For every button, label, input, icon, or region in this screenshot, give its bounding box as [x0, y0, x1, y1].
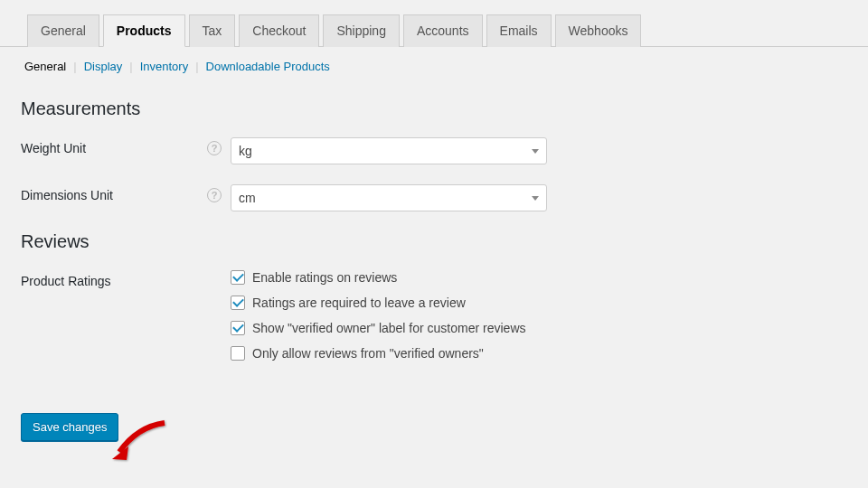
tab-tax[interactable]: Tax [189, 14, 236, 47]
field-col: cm [231, 184, 847, 211]
field-col: Enable ratings on reviewsRatings are req… [231, 270, 847, 371]
label-col: Weight Unit ? [21, 137, 231, 155]
subnav: General|Display|Inventory|Downloadable P… [0, 47, 868, 73]
dimensions-unit-label: Dimensions Unit [21, 188, 113, 202]
main-tabs: GeneralProductsTaxCheckoutShippingAccoun… [0, 0, 868, 47]
save-changes-button[interactable]: Save changes [21, 413, 118, 441]
chevron-down-icon [532, 149, 539, 154]
separator: | [70, 60, 80, 73]
weight-unit-select[interactable]: kg [231, 137, 547, 164]
checkbox-row: Show "verified owner" label for customer… [231, 321, 847, 335]
subnav-item-inventory[interactable]: Inventory [137, 60, 192, 73]
checkbox-label: Show "verified owner" label for customer… [252, 321, 526, 335]
tab-shipping[interactable]: Shipping [323, 14, 400, 47]
checkbox[interactable] [231, 346, 245, 361]
tab-general[interactable]: General [27, 14, 99, 47]
content-area: Measurements Weight Unit ? kg Dimensions… [0, 73, 868, 459]
weight-unit-label: Weight Unit [21, 141, 86, 155]
tab-webhooks[interactable]: Webhooks [555, 14, 642, 47]
help-icon[interactable]: ? [207, 188, 222, 202]
field-row-ratings: Product Ratings Enable ratings on review… [21, 270, 847, 371]
dimensions-unit-value: cm [239, 191, 256, 205]
checkbox[interactable] [231, 270, 245, 285]
product-ratings-label: Product Ratings [21, 274, 111, 288]
checkbox-row: Only allow reviews from "verified owners… [231, 346, 847, 361]
section-title-measurements: Measurements [21, 99, 847, 119]
help-icon[interactable]: ? [207, 141, 222, 155]
section-title-reviews: Reviews [21, 231, 847, 252]
subnav-item-downloadable-products[interactable]: Downloadable Products [203, 60, 334, 73]
weight-unit-value: kg [239, 144, 252, 158]
checkbox-label: Ratings are required to leave a review [252, 296, 466, 310]
checkbox[interactable] [231, 296, 245, 310]
dimensions-unit-select[interactable]: cm [231, 184, 547, 211]
checkbox-row: Enable ratings on reviews [231, 270, 847, 285]
tab-products[interactable]: Products [103, 14, 185, 47]
label-col: Dimensions Unit ? [21, 184, 231, 202]
chevron-down-icon [532, 196, 539, 201]
tab-accounts[interactable]: Accounts [403, 14, 483, 47]
checkbox[interactable] [231, 321, 245, 335]
subnav-item-display[interactable]: Display [80, 60, 127, 73]
field-col: kg [231, 137, 847, 164]
field-row-weight: Weight Unit ? kg [21, 137, 847, 164]
tab-emails[interactable]: Emails [486, 14, 552, 47]
separator: | [126, 60, 136, 73]
tab-checkout[interactable]: Checkout [239, 14, 319, 47]
label-col: Product Ratings [21, 270, 231, 288]
checkbox-label: Only allow reviews from "verified owners… [252, 346, 484, 361]
separator: | [192, 60, 202, 73]
checkbox-row: Ratings are required to leave a review [231, 296, 847, 310]
subnav-item-general[interactable]: General [21, 60, 70, 73]
checkbox-label: Enable ratings on reviews [252, 270, 397, 285]
field-row-dimensions: Dimensions Unit ? cm [21, 184, 847, 211]
